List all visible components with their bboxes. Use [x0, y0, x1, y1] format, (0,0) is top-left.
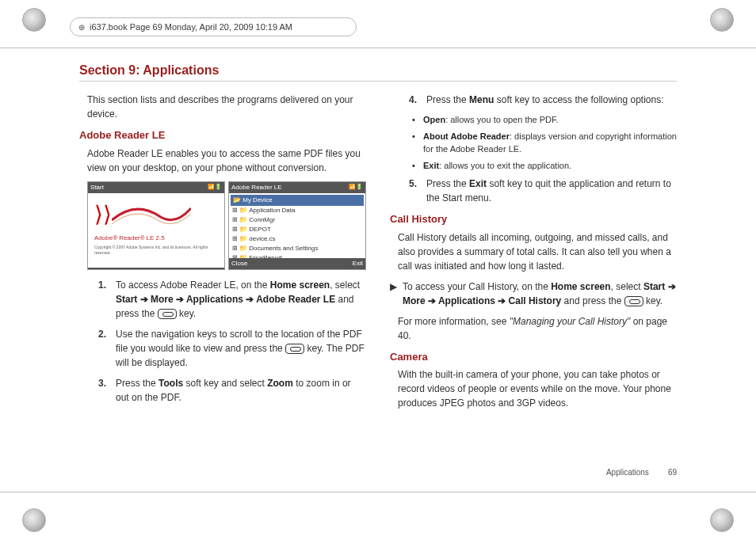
book-icon: ⊕	[78, 23, 85, 32]
bullet-exit: •Exit: allows you to exit the applicatio…	[390, 159, 677, 173]
bullet-open: •Open: allows you to open the PDF.	[390, 113, 677, 127]
step-1: 1. To access Adobe Reader LE, on the Hom…	[79, 278, 366, 321]
callhistory-action: ▶ To access your Call History, on the Ho…	[390, 280, 677, 308]
left-column: This section lists and describes the pro…	[79, 93, 366, 416]
screenshot-row: Start 📶🔋 ⟩⟩ Adobe® Reader® LE 2.5 Copyri…	[79, 181, 366, 270]
crop-line	[0, 48, 756, 48]
section-intro: This section lists and describes the pro…	[79, 93, 366, 121]
ok-key-icon	[285, 344, 304, 354]
screenshot-adobe-browser: Adobe Reader LE 📶🔋 📂 My Device ⊞ 📁Applic…	[228, 181, 366, 270]
crop-mark-icon	[710, 508, 734, 532]
shot2-footer-left: Close	[231, 259, 247, 268]
adobe-intro: Adobe Reader LE enables you to access th…	[79, 146, 366, 175]
folder-item: Application Data	[249, 207, 295, 214]
shot2-title: Adobe Reader LE	[231, 183, 282, 192]
callhistory-intro: Call History details all incoming, outgo…	[390, 230, 677, 273]
camera-heading: Camera	[390, 349, 677, 365]
status-icons: 📶🔋	[208, 183, 222, 192]
footer-page-number: 69	[668, 468, 677, 477]
crop-mark-icon	[22, 508, 46, 532]
adobe-logo-icon: ⟩⟩	[88, 193, 118, 231]
crop-mark-icon	[22, 8, 46, 32]
step-3-text: Press the Tools soft key and select Zoom…	[116, 376, 366, 405]
folder-item: ConnMgr	[249, 216, 275, 223]
ok-key-icon	[624, 296, 643, 306]
adobe-heading: Adobe Reader LE	[79, 127, 366, 143]
shot1-brand: Adobe® Reader® LE 2.5	[88, 234, 224, 243]
shot2-footer-right: Exit	[353, 259, 363, 268]
page-metadata-bar: ⊕ i637.book Page 69 Monday, April 20, 20…	[70, 17, 357, 36]
callhistory-heading: Call History	[390, 211, 677, 227]
crop-line	[0, 492, 756, 492]
footer-section: Applications	[606, 468, 649, 477]
camera-intro: With the built-in camera of your phone, …	[390, 367, 677, 410]
section-title: Section 9: Applications	[79, 63, 677, 82]
step-5: 5. Press the Exit soft key to quit the a…	[390, 177, 677, 205]
page-footer: Applications 69	[606, 468, 677, 477]
folder-item: device.cs	[249, 235, 275, 242]
page-metadata-text: i637.book Page 69 Monday, April 20, 2009…	[90, 22, 292, 32]
step-4-text: Press the Menu soft key to access the fo…	[426, 93, 664, 107]
crop-mark-icon	[710, 8, 734, 32]
step-5-text: Press the Exit soft key to quit the appl…	[426, 177, 677, 205]
folder-item: Documents and Settings	[249, 245, 318, 252]
step-2: 2. Use the navigation keys to scroll to …	[79, 327, 366, 370]
folder-root: My Device	[242, 196, 272, 203]
right-column: 4. Press the Menu soft key to access the…	[390, 93, 677, 416]
shot1-title: Start	[90, 183, 104, 192]
step-3: 3. Press the Tools soft key and select Z…	[79, 376, 366, 405]
callhistory-more: For more information, see "Managing your…	[390, 314, 677, 343]
folder-item: DEPOT	[249, 226, 271, 233]
status-icons: 📶🔋	[349, 183, 363, 192]
shot1-copyright: Copyright © 2007 Adobe Systems Inc. and …	[88, 243, 224, 258]
ok-key-icon	[158, 309, 177, 319]
swoosh-graphic	[112, 196, 191, 236]
arrow-icon: ▶	[390, 280, 403, 308]
step-1-text: To access Adobe Reader LE, on the Home s…	[116, 280, 360, 319]
screenshot-adobe-splash: Start 📶🔋 ⟩⟩ Adobe® Reader® LE 2.5 Copyri…	[87, 181, 225, 270]
step-4: 4. Press the Menu soft key to access the…	[390, 93, 677, 107]
bullet-about: •About Adobe Reader: displays version an…	[390, 130, 677, 156]
